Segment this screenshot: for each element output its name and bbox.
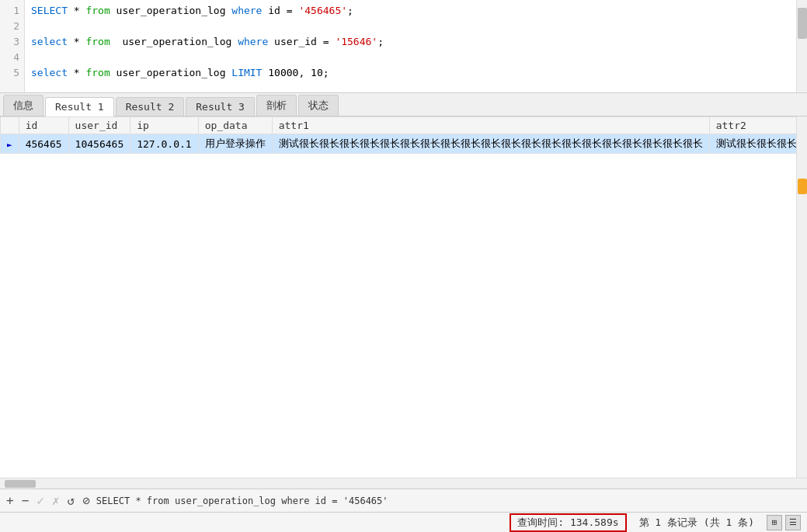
tab-状态[interactable]: 状态	[298, 95, 339, 116]
right-scrollbar[interactable]	[796, 116, 807, 478]
col-header-attr1[interactable]: attr1	[272, 117, 709, 134]
grid-icon-btn[interactable]: ⊞	[767, 515, 782, 530]
line-number: 1	[5, 3, 19, 19]
line-numbers: 12345	[0, 0, 25, 92]
records-count: 第 1 条记录 (共 1 条)	[639, 516, 754, 530]
editor-area: 12345 SELECT * from user_operation_log w…	[0, 0, 807, 93]
col-header-ip[interactable]: ip	[130, 117, 198, 134]
tabs-bar: 信息Result 1Result 2Result 3剖析状态	[0, 93, 807, 116]
table-row[interactable]: ►45646510456465127.0.0.1用户登录操作测试很长很长很长很长…	[1, 134, 797, 154]
line-number: 5	[5, 65, 19, 81]
refresh-button[interactable]: ↺	[66, 493, 77, 508]
status-icons: ⊞ ☰	[767, 515, 801, 530]
line-number: 4	[5, 50, 19, 65]
cell-id: 456465	[19, 134, 68, 154]
results-wrapper: iduser_idipop_dataattr1attr2attr3attr4at…	[0, 116, 807, 478]
editor-scrollbar-thumb	[798, 8, 807, 39]
col-header-attr2[interactable]: attr2	[709, 117, 796, 134]
code-line: SELECT * from user_operation_log where i…	[31, 3, 790, 19]
code-line: select * from user_operation_log LIMIT 1…	[31, 65, 790, 81]
cell-ip: 127.0.0.1	[130, 134, 198, 154]
remove-button[interactable]: −	[20, 493, 31, 508]
cell-attr1: 测试很长很长很长很长很长很长很长很长很长很长很长很长很长很长很长很长很长很长很长…	[272, 134, 709, 154]
result-table: iduser_idipop_dataattr1attr2attr3attr4at…	[0, 116, 796, 154]
query-time: 查询时间: 134.589s	[510, 513, 626, 532]
status-bar: 查询时间: 134.589s 第 1 条记录 (共 1 条) ⊞ ☰	[0, 512, 807, 532]
toolbar: + − ✓ ✗ ↺ ⊘ SELECT * from user_operation…	[0, 489, 807, 512]
col-header-user_id[interactable]: user_id	[68, 117, 130, 134]
right-scroll-thumb	[798, 179, 807, 194]
code-line	[31, 19, 790, 34]
code-line: select * from user_operation_log where u…	[31, 34, 790, 50]
editor-scrollbar[interactable]	[796, 0, 807, 92]
tab-result-2[interactable]: Result 2	[116, 97, 185, 116]
col-indicator-header	[1, 117, 19, 134]
cell-user_id: 10456465	[68, 134, 130, 154]
h-scrollbar-thumb	[5, 480, 36, 488]
line-number: 3	[5, 34, 19, 50]
cell-attr2: 测试很长很长很长很长很长很长很长很长很长很长很长很长很长很长很长很长很长很长	[709, 134, 796, 154]
code-content[interactable]: SELECT * from user_operation_log where i…	[25, 0, 796, 92]
check-button[interactable]: ✓	[35, 493, 46, 508]
results-scroll[interactable]: iduser_idipop_dataattr1attr2attr3attr4at…	[0, 116, 796, 478]
h-scrollbar[interactable]	[0, 478, 807, 489]
list-icon-btn[interactable]: ☰	[785, 515, 801, 530]
tab-result-1[interactable]: Result 1	[45, 97, 114, 116]
col-header-id[interactable]: id	[19, 117, 68, 134]
toolbar-sql: SELECT * from user_operation_log where i…	[96, 495, 802, 506]
tab-信息[interactable]: 信息	[3, 95, 43, 116]
add-button[interactable]: +	[5, 493, 16, 508]
tab-剖析[interactable]: 剖析	[256, 95, 297, 116]
code-line	[31, 50, 790, 65]
line-number: 2	[5, 19, 19, 34]
tab-result-3[interactable]: Result 3	[186, 97, 255, 116]
cell-op_data: 用户登录操作	[198, 134, 272, 154]
cancel-button[interactable]: ✗	[50, 493, 61, 508]
row-indicator: ►	[1, 134, 19, 154]
no-button[interactable]: ⊘	[81, 493, 92, 508]
col-header-op_data[interactable]: op_data	[198, 117, 272, 134]
